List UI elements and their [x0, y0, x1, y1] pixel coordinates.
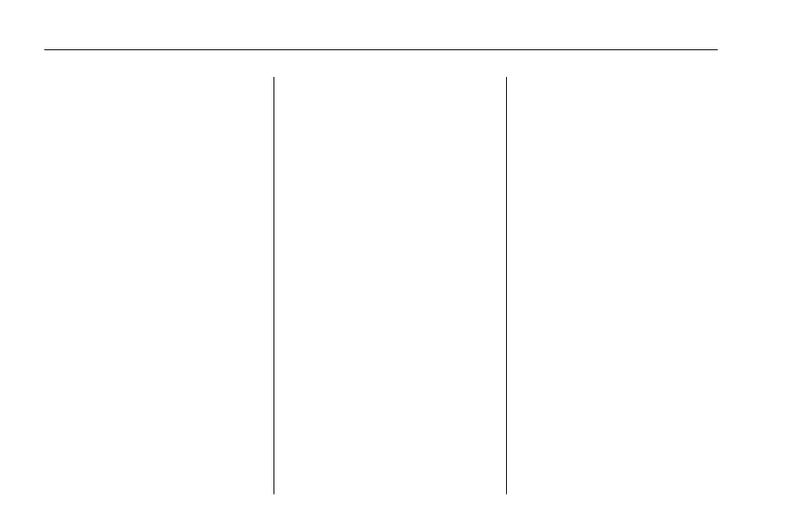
column-divider-2: [506, 77, 507, 494]
horizontal-divider: [44, 49, 718, 50]
column-divider-1: [274, 77, 274, 494]
